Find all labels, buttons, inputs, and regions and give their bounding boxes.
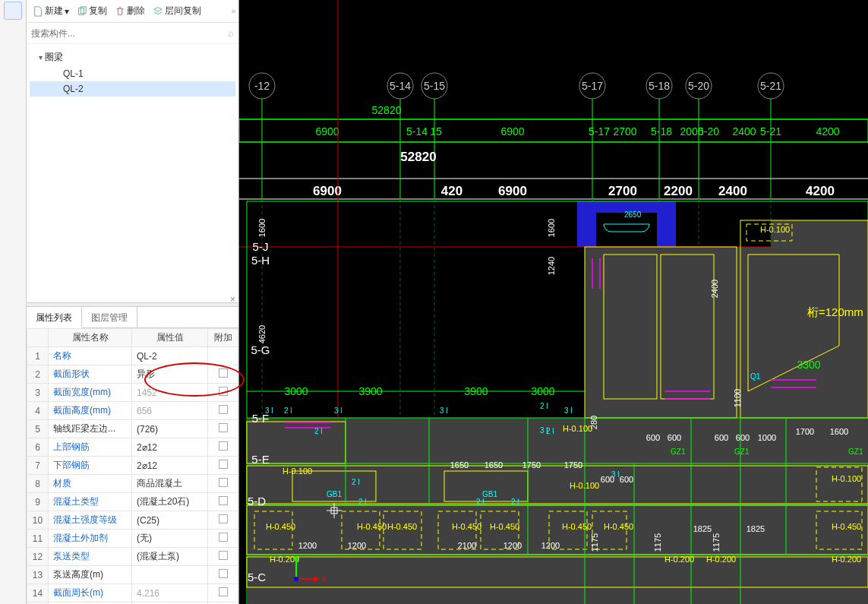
svg-text:2400: 2400 <box>718 184 747 198</box>
svg-text:3000: 3000 <box>531 385 554 397</box>
svg-text:4200: 4200 <box>806 184 835 198</box>
property-table: 属性名称 属性值 附加 1 名称 QL-2 2 截面形状 异形 3 截面宽度(m… <box>27 328 238 604</box>
search-box: ⌕ <box>27 23 238 44</box>
panel-splitter[interactable]: × <box>27 302 238 307</box>
layer-copy-button[interactable]: 层间复制 <box>150 3 204 19</box>
svg-text:3900: 3900 <box>358 385 382 397</box>
svg-text:4620: 4620 <box>257 325 267 343</box>
svg-text:2400: 2400 <box>710 280 719 298</box>
svg-text:H-0.100: H-0.100 <box>832 474 861 483</box>
svg-text:1750: 1750 <box>564 460 582 470</box>
prop-row[interactable]: 13 泵送高度(m) <box>27 566 238 584</box>
svg-text:2400: 2400 <box>732 125 756 138</box>
svg-text:2700: 2700 <box>613 125 636 138</box>
svg-text:6900: 6900 <box>500 125 524 138</box>
svg-text:GZ1: GZ1 <box>671 447 686 456</box>
prop-row[interactable]: 1 名称 QL-2 <box>27 347 238 365</box>
tree-root[interactable]: 圈梁 <box>30 49 235 66</box>
svg-text:600: 600 <box>646 433 660 442</box>
svg-text:2200: 2200 <box>664 184 693 198</box>
col-value: 属性值 <box>132 329 208 347</box>
svg-text:5-15: 5-15 <box>424 80 445 92</box>
svg-text:5-17: 5-17 <box>582 80 603 92</box>
svg-text:600: 600 <box>715 433 728 442</box>
svg-text:5-J: 5-J <box>253 240 269 253</box>
svg-text:3 l: 3 l <box>611 470 620 479</box>
svg-text:H-0.200: H-0.200 <box>706 555 736 564</box>
svg-text:2100: 2100 <box>458 541 476 550</box>
prop-row[interactable]: 14 截面周长(m) 4.216 <box>27 584 238 602</box>
prop-row[interactable]: 4 截面高度(mm) 656 <box>27 402 238 420</box>
component-toolbar: 新建 ▾ 复制 删除 层间复制 » <box>27 0 238 23</box>
tree-item-ql2[interactable]: QL-2 <box>30 81 235 96</box>
svg-text:H-0.450: H-0.450 <box>604 522 633 531</box>
tab-properties[interactable]: 属性列表 <box>27 307 82 328</box>
svg-text:3 l: 3 l <box>440 406 448 415</box>
svg-text:1240: 1240 <box>547 257 556 275</box>
prop-row[interactable]: 9 混凝土类型 (混凝土20石) <box>27 493 238 511</box>
prop-row[interactable]: 6 上部钢筋 2⌀12 <box>27 438 238 457</box>
left-rail-icon[interactable] <box>4 2 22 20</box>
delete-button[interactable]: 删除 <box>112 3 148 19</box>
prop-row[interactable]: 12 泵送类型 (混凝土泵) <box>27 548 238 566</box>
copy-button[interactable]: 复制 <box>74 3 110 19</box>
svg-text:600: 600 <box>736 433 750 442</box>
svg-text:5-14: 5-14 <box>406 125 428 138</box>
new-button[interactable]: 新建 ▾ <box>30 3 72 19</box>
svg-text:1175: 1175 <box>653 533 662 552</box>
property-tabs: 属性列表 图层管理 <box>27 307 238 328</box>
layers-icon <box>153 6 163 17</box>
svg-text:GB1: GB1 <box>482 490 497 498</box>
prop-row[interactable]: 7 下部钢筋 2⌀12 <box>27 457 238 475</box>
svg-text:5-G: 5-G <box>251 343 270 356</box>
svg-text:x: x <box>322 574 327 583</box>
svg-text:H-0.450: H-0.450 <box>832 522 861 531</box>
svg-text:H-0.450: H-0.450 <box>452 522 481 531</box>
svg-text:5-18: 5-18 <box>649 80 670 92</box>
drawing-canvas[interactable]: -125-145-155-175-185-205-21 69005-141569… <box>239 0 868 604</box>
prop-row[interactable]: 10 混凝土强度等级 (C25) <box>27 511 238 530</box>
svg-text:2 l: 2 l <box>476 498 485 506</box>
svg-text:6900: 6900 <box>315 125 339 138</box>
svg-text:H-0.450: H-0.450 <box>562 522 592 531</box>
svg-text:H-0.450: H-0.450 <box>357 522 387 531</box>
svg-text:3 l: 3 l <box>564 406 573 415</box>
copy-icon <box>77 6 87 17</box>
svg-text:1600: 1600 <box>257 219 267 237</box>
file-icon <box>33 6 43 17</box>
prop-row[interactable]: 8 材质 商品混凝土 <box>27 475 238 493</box>
close-icon[interactable]: × <box>230 294 235 305</box>
svg-text:1600: 1600 <box>830 427 848 436</box>
svg-text:H-0.450: H-0.450 <box>387 522 417 531</box>
svg-text:5-21: 5-21 <box>760 125 781 138</box>
svg-text:H-0.450: H-0.450 <box>266 522 295 531</box>
prop-row[interactable]: 5 轴线距梁左边... (726) <box>27 420 238 438</box>
svg-text:5-21: 5-21 <box>760 80 781 92</box>
prop-row[interactable]: 2 截面形状 异形 <box>27 365 238 384</box>
tab-layers[interactable]: 图层管理 <box>82 307 137 327</box>
svg-text:GZ1: GZ1 <box>734 447 750 456</box>
svg-text:5-H: 5-H <box>251 254 270 267</box>
toolbar-more-icon[interactable]: » <box>231 7 235 15</box>
svg-text:1100: 1100 <box>733 389 742 407</box>
prop-row[interactable]: 11 混凝土外加剂 (无) <box>27 530 238 548</box>
svg-text:GB1: GB1 <box>327 490 342 498</box>
svg-text:H-0.100: H-0.100 <box>760 225 790 234</box>
svg-text:1650: 1650 <box>485 460 503 470</box>
svg-text:6900: 6900 <box>498 184 527 198</box>
svg-rect-65 <box>661 255 714 399</box>
overall-dim-2: 52820 <box>400 150 436 164</box>
search-icon[interactable]: ⌕ <box>228 27 234 39</box>
tree-item-ql1[interactable]: QL-1 <box>30 66 235 81</box>
svg-text:1600: 1600 <box>547 219 556 237</box>
svg-rect-64 <box>604 255 657 399</box>
svg-text:1650: 1650 <box>450 460 469 470</box>
svg-text:1825: 1825 <box>693 524 712 533</box>
svg-text:6900: 6900 <box>313 184 342 198</box>
svg-text:5-C: 5-C <box>248 571 266 583</box>
prop-row[interactable]: 3 截面宽度(mm) 1452 <box>27 384 238 402</box>
svg-text:2 l: 2 l <box>284 406 292 415</box>
svg-text:H-0.100: H-0.100 <box>282 466 312 476</box>
svg-text:-12: -12 <box>254 80 270 92</box>
search-input[interactable] <box>31 28 228 39</box>
